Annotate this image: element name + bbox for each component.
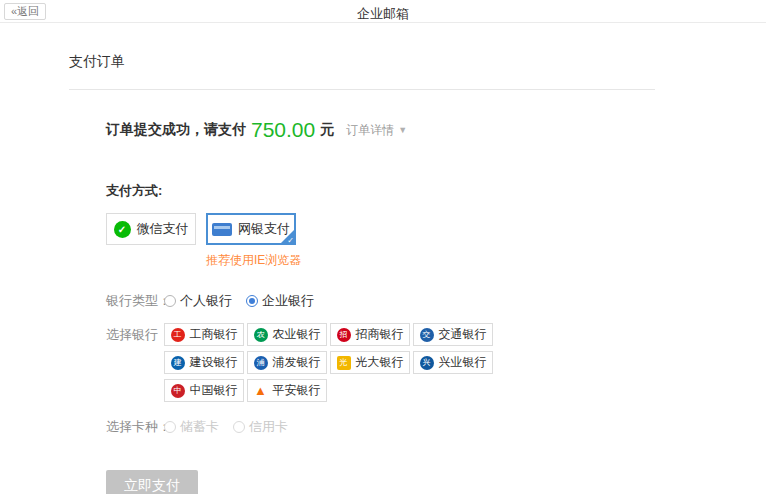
bank-button-cib[interactable]: 兴 兴业银行	[413, 351, 493, 374]
payment-method-label: 支付方式:	[106, 182, 766, 200]
bank-button-abc[interactable]: 农 农业银行	[247, 323, 327, 346]
bank-button-icbc[interactable]: 工 工商银行	[164, 323, 244, 346]
radio-label: 企业银行	[262, 289, 314, 312]
bank-grid: 工 工商银行 农 农业银行 招 招商银行 交 交通银行 建 建设银行 浦 浦发银…	[164, 323, 500, 402]
chevron-down-icon[interactable]: ▼	[398, 125, 407, 135]
currency-label: 元	[320, 121, 334, 139]
bank-label: 光大银行	[356, 354, 404, 371]
order-details-link[interactable]: 订单详情	[346, 122, 394, 139]
payment-method-label-wechat: 微信支付	[137, 220, 189, 238]
radio-label: 个人银行	[180, 289, 232, 312]
payment-panel: 订单提交成功，请支付 750.00 元 订单详情 ▼ 支付方式: 微信支付 ✓ …	[69, 118, 766, 494]
bank-button-spdb[interactable]: 浦 浦发银行	[247, 351, 327, 374]
radio-debit-card[interactable]: 储蓄卡	[164, 415, 219, 438]
bank-label: 兴业银行	[439, 354, 487, 371]
bank-label: 交通银行	[439, 326, 487, 343]
card-type-label: 选择卡种：	[106, 415, 164, 438]
pay-now-button[interactable]: 立即支付	[106, 470, 198, 494]
radio-label: 信用卡	[249, 415, 288, 438]
order-amount: 750.00	[251, 118, 315, 142]
bank-label: 中国银行	[190, 382, 238, 399]
ceb-bank-icon: 光	[337, 356, 351, 370]
spdb-bank-icon: 浦	[254, 356, 268, 370]
bank-label: 农业银行	[273, 326, 321, 343]
bank-type-label: 银行类型：	[106, 289, 164, 312]
radio-icon	[246, 295, 258, 307]
wechat-pay-icon	[114, 221, 131, 238]
bank-card-icon	[212, 223, 232, 236]
main-content: 支付订单 订单提交成功，请支付 750.00 元 订单详情 ▼ 支付方式: 微信…	[0, 23, 766, 494]
payment-method-wechat[interactable]: 微信支付 ✓	[106, 213, 196, 245]
bank-label: 招商银行	[356, 326, 404, 343]
bocom-bank-icon: 交	[420, 328, 434, 342]
bank-button-bocom[interactable]: 交 交通银行	[413, 323, 493, 346]
radio-enterprise-bank[interactable]: 企业银行	[246, 289, 314, 312]
bank-button-ceb[interactable]: 光 光大银行	[330, 351, 410, 374]
topbar: «返回 企业邮箱	[0, 0, 766, 23]
pab-bank-icon: ▲	[254, 384, 268, 398]
bank-button-ccb[interactable]: 建 建设银行	[164, 351, 244, 374]
radio-label: 储蓄卡	[180, 415, 219, 438]
payment-method-list: 微信支付 ✓ 网银支付 ✓	[106, 213, 766, 245]
ccb-bank-icon: 建	[171, 356, 185, 370]
boc-bank-icon: 中	[171, 384, 185, 398]
ie-browser-hint: 推荐使用IE浏览器	[206, 252, 766, 269]
abc-bank-icon: 农	[254, 328, 268, 342]
radio-icon	[164, 421, 176, 433]
bank-button-boc[interactable]: 中 中国银行	[164, 379, 244, 402]
bank-select-label: 选择银行	[106, 323, 164, 346]
card-type-row: 选择卡种： 储蓄卡 信用卡	[106, 415, 766, 438]
bank-label: 工商银行	[190, 326, 238, 343]
bank-button-pab[interactable]: ▲ 平安银行	[247, 379, 327, 402]
radio-personal-bank[interactable]: 个人银行	[164, 289, 232, 312]
page-title: 支付订单	[69, 23, 766, 71]
bank-label: 建设银行	[190, 354, 238, 371]
cmb-bank-icon: 招	[337, 328, 351, 342]
bank-select-row: 选择银行 工 工商银行 农 农业银行 招 招商银行 交 交通银行 建 建设银行 …	[106, 323, 766, 402]
app-title: 企业邮箱	[0, 5, 766, 23]
radio-icon	[233, 421, 245, 433]
bank-button-cmb[interactable]: 招 招商银行	[330, 323, 410, 346]
radio-icon	[164, 295, 176, 307]
order-status-text: 订单提交成功，请支付	[106, 121, 246, 139]
payment-method-netbank[interactable]: 网银支付 ✓	[206, 213, 296, 245]
bank-type-row: 银行类型： 个人银行 企业银行	[106, 289, 766, 312]
divider	[69, 89, 655, 90]
selected-check-icon: ✓	[287, 236, 294, 245]
cib-bank-icon: 兴	[420, 356, 434, 370]
bank-label: 平安银行	[273, 382, 321, 399]
radio-credit-card[interactable]: 信用卡	[233, 415, 288, 438]
bank-label: 浦发银行	[273, 354, 321, 371]
order-summary-row: 订单提交成功，请支付 750.00 元 订单详情 ▼	[106, 118, 766, 142]
icbc-bank-icon: 工	[171, 328, 185, 342]
